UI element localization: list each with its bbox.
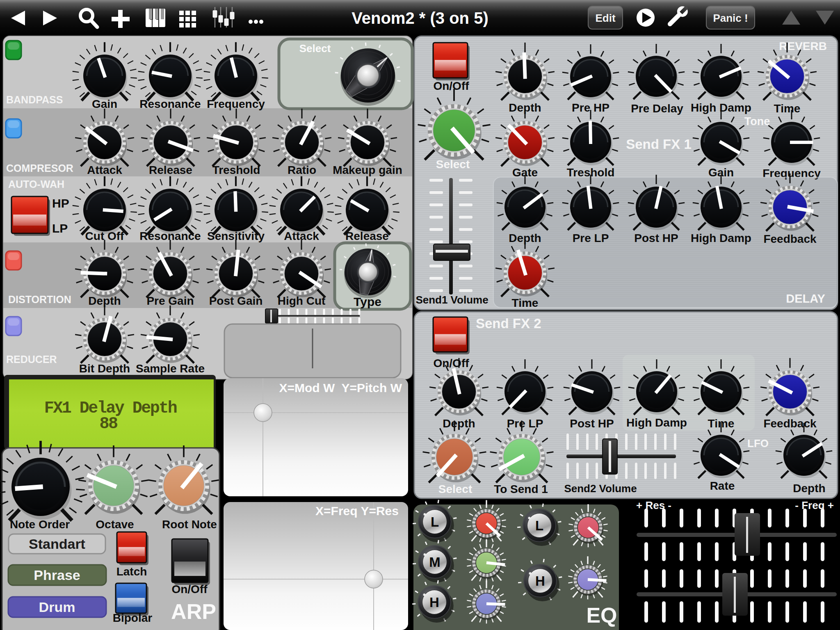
svg-text:Edit: Edit <box>595 12 615 24</box>
svg-text:Feedback: Feedback <box>763 417 817 430</box>
svg-text:Post HP: Post HP <box>634 232 678 244</box>
svg-text:H: H <box>535 573 545 589</box>
svg-text:DISTORTION: DISTORTION <box>8 294 71 305</box>
svg-text:Bit Depth: Bit Depth <box>79 362 130 375</box>
svg-text:Release: Release <box>149 164 192 176</box>
svg-text:Resonance: Resonance <box>139 98 201 110</box>
svg-text:X=Mod W Y=Pitch W: X=Mod W Y=Pitch W <box>279 381 402 395</box>
svg-text:High Damp: High Damp <box>626 416 687 429</box>
svg-text:Ratio: Ratio <box>288 164 316 176</box>
svg-text:Post HP: Post HP <box>570 417 614 430</box>
svg-text:Frequency: Frequency <box>207 98 265 110</box>
svg-text:On/Off: On/Off <box>171 583 208 596</box>
svg-text:Tone: Tone <box>744 115 770 128</box>
svg-text:H: H <box>429 595 439 610</box>
svg-text:Time: Time <box>774 102 801 115</box>
svg-text:Root Note: Root Note <box>162 518 217 531</box>
svg-text:Pre Gain: Pre Gain <box>146 294 194 307</box>
svg-text:Depth: Depth <box>443 417 475 430</box>
svg-text:Select: Select <box>299 42 331 55</box>
svg-text:Panic !: Panic ! <box>713 12 748 24</box>
svg-text:Send1 Volume: Send1 Volume <box>415 294 488 306</box>
svg-text:BANDPASS: BANDPASS <box>6 94 63 105</box>
svg-text:Pre Delay: Pre Delay <box>631 102 683 115</box>
svg-text:88: 88 <box>99 415 117 433</box>
svg-text:Sample Rate: Sample Rate <box>136 362 205 375</box>
svg-text:LFO: LFO <box>747 437 769 450</box>
svg-text:Note Order: Note Order <box>10 518 70 531</box>
svg-text:Time: Time <box>512 297 539 309</box>
svg-text:Venom2 * (3 on 5): Venom2 * (3 on 5) <box>352 9 488 27</box>
svg-text:Feedback: Feedback <box>763 233 817 245</box>
svg-text:REDUCER: REDUCER <box>6 354 57 365</box>
svg-text:Select: Select <box>438 483 472 495</box>
svg-text:High Damp: High Damp <box>691 232 751 244</box>
svg-text:Gain: Gain <box>92 98 117 110</box>
svg-text:DELAY: DELAY <box>786 292 825 305</box>
svg-text:Post Gain: Post Gain <box>209 294 263 307</box>
svg-text:Select: Select <box>436 158 470 171</box>
svg-text:LP: LP <box>52 221 68 235</box>
svg-text:Rate: Rate <box>710 479 735 492</box>
svg-text:Latch: Latch <box>116 565 147 578</box>
svg-text:Release: Release <box>345 230 389 242</box>
svg-text:EQ: EQ <box>586 603 617 627</box>
svg-text:High Cut: High Cut <box>278 294 326 307</box>
svg-text:L: L <box>535 518 543 533</box>
svg-text:Type: Type <box>354 295 381 308</box>
svg-text:Pre LP: Pre LP <box>573 232 609 244</box>
svg-text:Depth: Depth <box>88 294 121 307</box>
svg-text:Pre LP: Pre LP <box>507 417 543 430</box>
svg-text:ARP: ARP <box>171 600 216 623</box>
svg-text:On/Off: On/Off <box>433 357 469 370</box>
svg-text:HP: HP <box>52 196 69 210</box>
svg-text:AUTO-WAH: AUTO-WAH <box>8 178 64 190</box>
svg-text:Treshold: Treshold <box>212 164 260 176</box>
svg-text:To Send 1: To Send 1 <box>494 483 548 495</box>
svg-text:- Freq +: - Freq + <box>795 499 834 511</box>
svg-text:Phrase: Phrase <box>34 567 80 583</box>
svg-text:Send2 Volume: Send2 Volume <box>564 482 637 495</box>
svg-text:Attack: Attack <box>87 164 122 176</box>
svg-text:COMPRESOR: COMPRESOR <box>6 162 73 174</box>
svg-text:Makeup gain: Makeup gain <box>333 164 402 176</box>
svg-text:REVERB: REVERB <box>779 40 827 52</box>
svg-text:Bipolar: Bipolar <box>113 612 153 624</box>
svg-text:Octave: Octave <box>96 518 134 531</box>
svg-text:M: M <box>429 555 441 570</box>
svg-text:Depth: Depth <box>793 482 825 495</box>
svg-text:X=Freq Y=Res: X=Freq Y=Res <box>315 504 399 518</box>
svg-text:+ Res -: + Res - <box>636 499 671 511</box>
svg-text:On/Off: On/Off <box>433 80 469 92</box>
svg-text:Send FX 1: Send FX 1 <box>626 137 692 152</box>
svg-text:Drum: Drum <box>39 599 75 615</box>
svg-text:Send FX 2: Send FX 2 <box>476 316 541 331</box>
svg-text:L: L <box>431 514 439 530</box>
svg-text:Standart: Standart <box>29 536 85 552</box>
